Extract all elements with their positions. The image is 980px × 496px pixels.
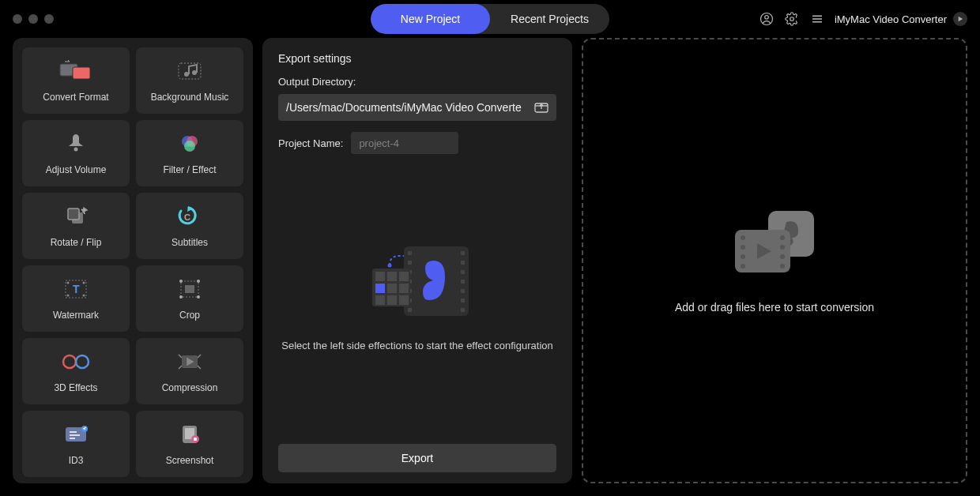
workspace: Convert Format Background Music Adjust V…	[0, 38, 980, 496]
svg-point-80	[741, 264, 745, 269]
dropzone-illustration	[727, 208, 822, 279]
settings-icon[interactable]	[784, 11, 800, 27]
svg-rect-55	[408, 308, 412, 312]
account-icon[interactable]	[759, 11, 775, 27]
titlebar: New Project Recent Projects iMyMac Video…	[0, 0, 980, 38]
3d-icon	[61, 349, 91, 374]
effect-config-illustration	[358, 237, 477, 324]
effect-label: Screenshot	[166, 455, 214, 466]
compression-icon	[175, 349, 204, 374]
effect-label: Filter / Effect	[163, 164, 216, 175]
svg-rect-67	[375, 284, 385, 293]
effect-label: Convert Format	[43, 92, 108, 103]
svg-text:T: T	[73, 283, 80, 295]
project-name-row: Project Name:	[278, 132, 556, 154]
svg-rect-50	[408, 261, 412, 265]
svg-point-30	[197, 280, 200, 283]
export-heading: Export settings	[278, 52, 556, 65]
svg-point-84	[780, 264, 785, 269]
output-directory-label: Output Directory:	[278, 76, 556, 88]
minimize-window-button[interactable]	[28, 14, 38, 24]
svg-rect-62	[461, 308, 465, 312]
svg-rect-65	[387, 272, 397, 281]
svg-point-82	[780, 245, 785, 250]
menu-icon[interactable]	[809, 11, 825, 27]
id3-icon	[62, 422, 89, 447]
project-name-input[interactable]	[351, 132, 458, 154]
music-icon	[175, 58, 204, 84]
screenshot-icon	[178, 422, 202, 447]
effect-label: Crop	[179, 310, 200, 321]
sidebar-item-background-music[interactable]: Background Music	[136, 47, 243, 114]
tab-new-project[interactable]: New Project	[371, 4, 490, 34]
svg-point-78	[741, 245, 745, 250]
maximize-window-button[interactable]	[44, 14, 54, 24]
svg-marker-6	[959, 17, 963, 21]
svg-point-25	[83, 295, 85, 297]
svg-rect-64	[375, 272, 385, 281]
sidebar-item-compression[interactable]: Compression	[136, 338, 243, 404]
project-name-label: Project Name:	[278, 137, 343, 149]
export-button-label: Export	[401, 452, 433, 464]
svg-marker-18	[83, 208, 87, 212]
svg-rect-28	[185, 285, 194, 293]
volume-icon	[64, 131, 88, 156]
svg-point-23	[83, 282, 85, 284]
export-center-art: Select the left side effections to start…	[278, 154, 556, 436]
svg-point-81	[780, 235, 785, 240]
sidebar-item-rotate-flip[interactable]: Rotate / Flip	[22, 193, 130, 259]
sidebar-item-watermark[interactable]: T Watermark	[22, 265, 130, 332]
sidebar-item-id3[interactable]: ID3	[22, 411, 130, 477]
svg-point-15	[184, 141, 195, 152]
effect-label: Background Music	[151, 92, 229, 103]
svg-point-32	[197, 295, 200, 299]
close-window-button[interactable]	[13, 14, 22, 24]
sidebar-item-subtitles[interactable]: C Subtitles	[136, 193, 243, 259]
sidebar-item-crop[interactable]: Crop	[136, 265, 243, 332]
file-dropzone[interactable]: Add or drag files here to start conversi…	[582, 38, 967, 483]
sidebar-item-screenshot[interactable]: Screenshot	[136, 411, 243, 477]
sidebar-item-3d-effects[interactable]: 3D Effects	[22, 338, 130, 404]
play-icon	[953, 12, 967, 26]
svg-rect-70	[375, 295, 385, 305]
svg-rect-69	[399, 284, 409, 293]
svg-point-73	[388, 263, 392, 267]
tab-label: New Project	[401, 13, 460, 25]
export-hint-text: Select the left side effections to start…	[281, 338, 553, 354]
svg-rect-60	[461, 289, 465, 293]
svg-point-29	[179, 280, 183, 283]
svg-rect-68	[387, 284, 397, 293]
svg-rect-56	[461, 251, 465, 255]
effect-label: Subtitles	[172, 237, 208, 248]
output-directory-path: /Users/mac/Documents/iMyMac Video Conver…	[286, 101, 534, 114]
subtitles-icon: C	[176, 204, 203, 229]
svg-rect-66	[399, 272, 409, 281]
svg-point-2	[790, 17, 794, 21]
tab-recent-projects[interactable]: Recent Projects	[490, 4, 609, 34]
rotate-icon	[64, 204, 88, 229]
svg-rect-72	[399, 295, 409, 305]
svg-text:C: C	[184, 212, 190, 222]
watermark-icon: T	[63, 276, 89, 302]
window-controls	[13, 14, 54, 24]
convert-format-icon	[58, 58, 93, 84]
export-button[interactable]: Export	[278, 444, 556, 472]
svg-rect-8	[73, 67, 90, 79]
sidebar-item-filter-effect[interactable]: Filter / Effect	[136, 120, 243, 186]
folder-icon[interactable]	[534, 101, 548, 114]
svg-point-33	[63, 355, 76, 368]
svg-rect-59	[461, 280, 465, 284]
tab-label: Recent Projects	[511, 13, 589, 25]
export-panel: Export settings Output Directory: /Users…	[262, 38, 572, 483]
svg-rect-46	[194, 438, 197, 441]
effects-grid: Convert Format Background Music Adjust V…	[22, 47, 243, 477]
svg-rect-71	[387, 295, 397, 305]
output-directory-field[interactable]: /Users/mac/Documents/iMyMac Video Conver…	[278, 94, 556, 121]
project-tabs: New Project Recent Projects	[371, 4, 609, 34]
svg-point-12	[74, 148, 78, 152]
sidebar-item-adjust-volume[interactable]: Adjust Volume	[22, 120, 130, 186]
svg-rect-17	[68, 209, 79, 220]
sidebar-item-convert-format[interactable]: Convert Format	[22, 47, 130, 114]
effect-label: Rotate / Flip	[51, 237, 102, 248]
dropzone-hint: Add or drag files here to start conversi…	[675, 301, 874, 314]
